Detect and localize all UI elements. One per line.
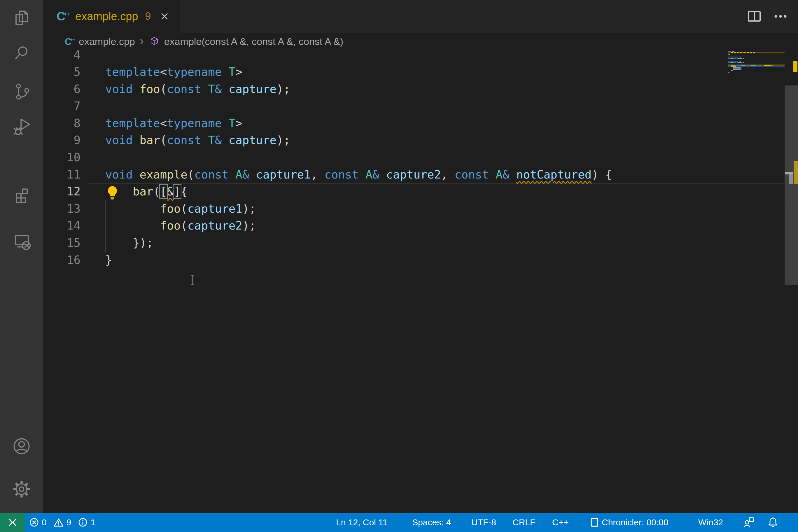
breadcrumb-symbol[interactable]: example(const A &, const A &, const A &) <box>164 36 343 47</box>
code-line-9[interactable]: void bar(const T& capture); <box>105 132 290 149</box>
code-line-13[interactable]: foo(capture1); <box>105 201 256 217</box>
minimap-warning-square <box>753 52 755 53</box>
svg-text:++: ++ <box>64 11 69 17</box>
source-control-icon <box>11 80 33 103</box>
minimap-row <box>731 65 736 65</box>
minimap-row <box>743 58 744 59</box>
eol-status[interactable]: CRLF <box>512 513 535 532</box>
minimap-line-highlight <box>728 66 784 67</box>
overview-warning-marker <box>794 161 798 184</box>
code-line-8[interactable]: template<typename T> <box>105 115 242 132</box>
scrollbar-slider[interactable] <box>784 86 798 285</box>
line-number-16[interactable]: 16 <box>43 252 80 269</box>
sidebar-item-run-debug[interactable] <box>0 110 43 142</box>
tab-bar: C ++ example.cpp 9 <box>43 0 798 33</box>
feedback-status[interactable] <box>742 513 755 532</box>
minimap-row <box>764 65 771 65</box>
current-line-highlight <box>89 183 784 201</box>
chronicler-status[interactable]: Chronicler: 00:00 <box>590 513 668 532</box>
remote-window-icon <box>7 517 18 528</box>
minimap-row <box>740 68 741 68</box>
encoding-status[interactable]: UTF-8 <box>471 513 496 532</box>
cursor-position-status[interactable]: Ln 12, Col 11 <box>336 513 387 532</box>
error-count: 0 <box>42 517 47 527</box>
code-line-6[interactable]: void foo(const T& capture); <box>105 81 290 98</box>
breadcrumb: C ++ example.cpp › example(const A &, co… <box>43 33 798 51</box>
sidebar-item-remote-explorer[interactable] <box>0 224 43 256</box>
indentation-status[interactable]: Spaces: 4 <box>412 513 451 532</box>
minimap-row <box>730 70 733 71</box>
sidebar-item-settings[interactable] <box>0 473 43 505</box>
split-editor-icon[interactable] <box>747 10 761 23</box>
minimap-row <box>735 66 736 67</box>
minimap-row <box>728 62 730 63</box>
sidebar-item-source-control[interactable] <box>0 76 43 108</box>
minimap-row <box>731 58 733 59</box>
line-number-11[interactable]: 11 <box>43 166 80 184</box>
code-line-16[interactable]: } <box>105 252 112 269</box>
minimap[interactable] <box>728 51 784 513</box>
warning-icon <box>53 517 64 527</box>
search-icon <box>11 42 33 64</box>
lightbulb-icon[interactable] <box>106 186 119 200</box>
sidebar-item-explorer[interactable] <box>0 2 43 34</box>
more-actions-icon[interactable] <box>774 10 787 23</box>
platform-status[interactable]: Win32 <box>698 513 723 532</box>
minimap-row <box>746 65 749 65</box>
minimap-row <box>750 65 751 65</box>
cpp-file-icon: C ++ <box>56 10 69 23</box>
notifications-status[interactable] <box>767 513 779 532</box>
line-number-13[interactable]: 13 <box>43 201 80 217</box>
line-number-10[interactable]: 10 <box>43 149 80 166</box>
status-bar: 0 9 1 Ln 12, Col 11 Spaces: 4 UTF-8 CRLF… <box>0 513 798 532</box>
tab-example-cpp[interactable]: C ++ example.cpp 9 <box>43 0 180 33</box>
minimap-row <box>739 61 740 61</box>
language-mode-status[interactable]: C++ <box>552 513 569 532</box>
line-number-14[interactable]: 14 <box>43 217 80 234</box>
minimap-row <box>751 65 756 65</box>
code-editor[interactable]: 45678910111213141516 template<typename T… <box>43 51 798 513</box>
code-line-11[interactable]: void example(const A& capture1, const A&… <box>105 166 612 184</box>
minimap-warning-square <box>743 52 745 53</box>
minimap-row <box>728 65 730 65</box>
line-number-7[interactable]: 7 <box>43 98 80 115</box>
line-number-8[interactable]: 8 <box>43 115 80 132</box>
minimap-row <box>733 58 737 59</box>
text-cursor-pointer <box>190 275 195 285</box>
minimap-warning-square <box>730 52 733 53</box>
line-number-6[interactable]: 6 <box>43 81 80 98</box>
line-number-15[interactable]: 15 <box>43 234 80 252</box>
sidebar-item-accounts[interactable] <box>0 430 43 462</box>
cpp-file-icon-small: C ++ <box>64 36 75 47</box>
code-line-14[interactable]: foo(capture2); <box>105 217 256 234</box>
sidebar-item-search[interactable] <box>0 37 43 70</box>
line-number-5[interactable]: 5 <box>43 63 80 81</box>
remote-indicator[interactable] <box>0 513 25 532</box>
tab-filename: example.cpp <box>75 10 138 23</box>
minimap-row <box>733 68 735 68</box>
vertical-scrollbar[interactable] <box>784 51 798 513</box>
minimap-row <box>728 57 733 57</box>
line-number-12[interactable]: 12 <box>43 183 80 201</box>
warning-count: 9 <box>66 517 72 527</box>
files-icon <box>11 7 33 30</box>
minimap-row <box>733 61 738 61</box>
code-line-5[interactable]: template<typename T> <box>105 63 242 81</box>
minimap-row <box>737 62 738 63</box>
sidebar-item-extensions[interactable] <box>0 180 43 212</box>
minimap-row <box>733 57 738 57</box>
breadcrumb-file[interactable]: example.cpp <box>79 36 135 47</box>
close-icon <box>160 12 169 21</box>
minimap-row <box>730 66 733 67</box>
remote-explorer-icon <box>11 229 33 251</box>
line-number-4[interactable]: 4 <box>43 51 80 63</box>
minimap-row <box>733 69 735 70</box>
overview-cursor-marker <box>789 174 793 184</box>
minimap-row <box>740 69 741 70</box>
tab-close-button[interactable] <box>160 12 169 21</box>
problems-status[interactable]: 0 9 1 <box>29 513 99 532</box>
minimap-row <box>735 69 740 70</box>
code-line-15[interactable]: }); <box>105 234 153 252</box>
minimap-line-highlight <box>728 52 784 53</box>
line-number-9[interactable]: 9 <box>43 132 80 149</box>
